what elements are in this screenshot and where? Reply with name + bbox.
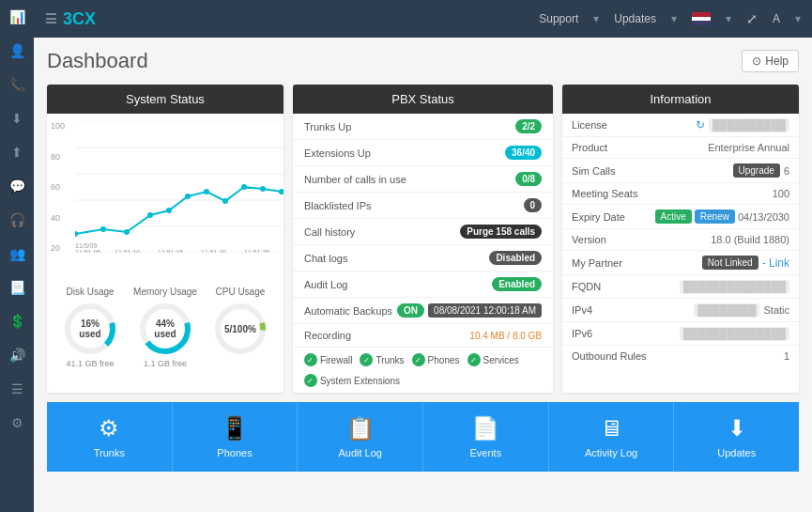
memory-label: Memory Usage <box>133 287 197 297</box>
sidebar-item-settings[interactable]: ⚙ <box>0 406 34 440</box>
ipv6-value: ██████████████ <box>680 327 789 340</box>
user-menu[interactable]: A <box>773 12 780 25</box>
trunks-icon: ⚙ <box>99 415 119 442</box>
callhistory-badge[interactable]: Purge 158 calls <box>460 225 542 239</box>
page-header: Dashboard ⊙ Help <box>47 49 799 73</box>
events-icon: 📄 <box>471 415 499 442</box>
information-header: Information <box>562 85 799 114</box>
activitylog-icon: 🖥 <box>600 415 622 442</box>
memory-sub: 1.1 GB free <box>133 359 197 368</box>
svg-point-13 <box>222 198 228 204</box>
sidebar-item-users[interactable]: 👤 <box>0 34 34 68</box>
check-sysext-icon: ✓ <box>304 374 317 387</box>
sidebar-item-group[interactable]: 👥 <box>0 237 34 271</box>
updates-link[interactable]: Updates <box>614 12 656 25</box>
tile-phones[interactable]: 📱 Phones <box>173 402 299 472</box>
blacklist-badge: 0 <box>524 198 543 212</box>
partner-link[interactable]: - Link <box>762 256 789 270</box>
product-value: Enterprise Annual <box>708 142 789 153</box>
main-area: ☰ 3CX Support ▾ Updates ▾ ▾ ⤢ A ▾ Dashbo… <box>34 0 812 512</box>
tile-activitylog[interactable]: 🖥 Activity Log <box>549 402 675 472</box>
support-link[interactable]: Support <box>539 12 578 25</box>
info-row-meetingseats: Meeting Seats 100 <box>562 183 799 205</box>
phones-icon: 📱 <box>221 415 249 442</box>
auditlog-badge: Enabled <box>492 277 542 291</box>
tile-trunks[interactable]: ⚙ Trunks <box>47 402 173 472</box>
sidebar-item-upload[interactable]: ⬆ <box>0 135 34 169</box>
svg-point-12 <box>204 189 209 194</box>
svg-point-16 <box>279 189 283 194</box>
info-row-fqdn: FQDN ██████████████ <box>562 275 799 299</box>
info-row-partner: My Partner Not Linked - Link <box>562 251 799 275</box>
check-firewall-icon: ✓ <box>304 353 317 366</box>
simcalls-upgrade-badge[interactable]: Upgrade <box>733 163 780 178</box>
topnav-right: Support ▾ Updates ▾ ▾ ⤢ A ▾ <box>539 11 801 26</box>
pbx-status-card: PBX Status Trunks Up 2/2 Extensions Up 3… <box>293 85 553 393</box>
help-button[interactable]: ⊙ Help <box>742 50 799 72</box>
information-card: Information License ↻ ██████████ Product… <box>562 85 799 393</box>
extensions-badge: 36/40 <box>505 146 542 160</box>
trunks-label: Trunks <box>94 447 125 458</box>
meetingseats-value: 100 <box>773 188 789 199</box>
sidebar-item-money[interactable]: 💲 <box>0 304 34 338</box>
chatlogs-badge: Disabled <box>489 251 542 265</box>
svg-text:11:51:10: 11:51:10 <box>115 249 140 253</box>
pbx-status-header: PBX Status <box>293 85 553 114</box>
content-area: Dashboard ⊙ Help System Status 100 80 60… <box>34 38 812 512</box>
sidebar-item-dashboard[interactable]: 📊 <box>0 0 34 34</box>
sidebar-item-download[interactable]: ⬇ <box>0 101 34 135</box>
chart-y-labels: 100 80 60 40 20 <box>51 121 65 253</box>
expand-icon[interactable]: ⤢ <box>746 11 758 26</box>
sidebar-item-audio[interactable]: 🔊 <box>0 338 34 372</box>
tile-auditlog[interactable]: 📋 Audit Log <box>298 402 423 472</box>
info-row-outbound: Outbound Rules 1 <box>562 346 799 366</box>
svg-point-9 <box>147 212 153 218</box>
svg-text:11/5/09: 11/5/09 <box>75 242 97 249</box>
sidebar-item-list[interactable]: ☰ <box>0 372 34 406</box>
disk-gauge: Disk Usage 16% used 41.1 GB free <box>62 287 118 368</box>
top-navigation: ☰ 3CX Support ▾ Updates ▾ ▾ ⤢ A ▾ <box>34 0 812 38</box>
menu-icon[interactable]: ☰ <box>45 11 57 26</box>
sidebar-item-phones[interactable]: 📞 <box>0 68 34 101</box>
system-status-card: System Status 100 80 60 40 20 <box>47 85 283 393</box>
pbx-row-callhistory: Call history Purge 158 calls <box>293 219 553 245</box>
version-value: 18.0 (Build 1880) <box>711 234 789 245</box>
svg-text:11:51:20: 11:51:20 <box>201 249 226 253</box>
pbx-row-trunks: Trunks Up 2/2 <box>293 114 553 140</box>
ipv4-static: Static <box>763 304 789 316</box>
memory-value: 44% used <box>151 318 179 339</box>
chart-svg: 11/5/09 11:51:05 AM 11:51:10 AM 11:51:15… <box>75 121 276 256</box>
svg-point-15 <box>260 186 266 192</box>
flag-icon[interactable] <box>692 12 711 25</box>
pbx-status-body: Trunks Up 2/2 Extensions Up 36/40 Number… <box>293 114 553 393</box>
system-status-header: System Status <box>47 85 283 114</box>
refresh-icon[interactable]: ↻ <box>696 118 705 132</box>
disk-sub: 41.1 GB free <box>62 359 118 368</box>
backups-date: 08/08/2021 12:00:18 AM <box>428 303 542 318</box>
activitylog-label: Activity Log <box>585 447 637 458</box>
tile-updates[interactable]: ⬇ Updates <box>674 402 799 472</box>
check-sysext: ✓ System Extensions <box>304 374 400 387</box>
expiry-active-badge: Active <box>655 209 692 224</box>
check-trunks: ✓ Trunks <box>360 353 404 366</box>
sidebar-item-headset[interactable]: 🎧 <box>0 203 34 237</box>
svg-text:11:51:15: 11:51:15 <box>158 249 183 253</box>
license-value: ██████████ <box>709 118 789 132</box>
cpu-label: CPU Usage <box>212 287 268 297</box>
check-trunks-icon: ✓ <box>360 353 373 366</box>
tiles-row: ⚙ Trunks 📱 Phones 📋 Audit Log 📄 Events 🖥… <box>47 402 799 472</box>
sidebar-item-chat[interactable]: 💬 <box>0 169 34 203</box>
simcalls-value: 6 <box>784 165 789 177</box>
svg-point-6 <box>75 231 78 237</box>
svg-text:11:51:05: 11:51:05 <box>75 249 100 253</box>
cpu-value: 5/100% <box>224 324 256 334</box>
expiry-value: 04/13/2030 <box>738 211 789 223</box>
checks-row: ✓ Firewall ✓ Trunks ✓ Phones ✓ <box>293 348 553 393</box>
expiry-renew-badge[interactable]: Renew <box>695 209 735 224</box>
info-row-simcalls: Sim Calls Upgrade 6 <box>562 159 799 183</box>
help-icon: ⊙ <box>752 54 761 68</box>
sidebar-item-reports[interactable]: 📃 <box>0 271 34 304</box>
auditlog-label: Audit Log <box>338 447 381 458</box>
outbound-value: 1 <box>784 350 789 362</box>
tile-events[interactable]: 📄 Events <box>423 402 549 472</box>
